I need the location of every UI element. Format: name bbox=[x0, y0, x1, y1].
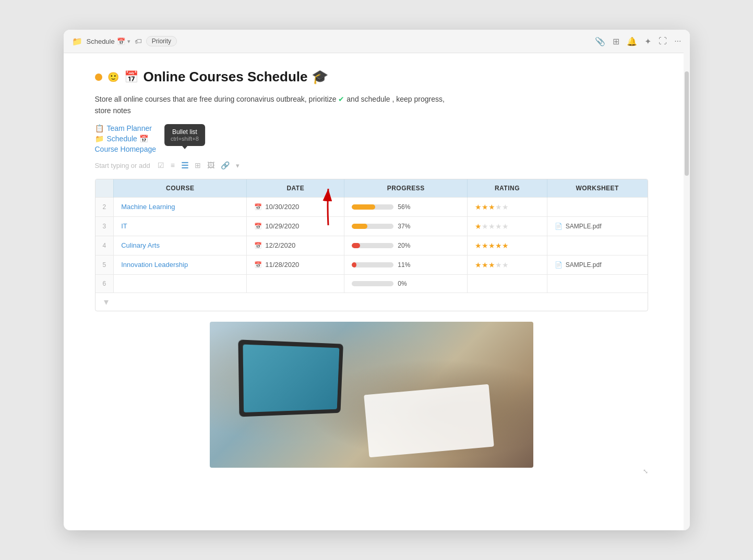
star-filled: ★ bbox=[495, 241, 502, 250]
row-progress: 20% bbox=[344, 236, 468, 255]
star-filled: ★ bbox=[482, 203, 488, 211]
rating-stars: ★★★★★ bbox=[475, 203, 509, 211]
row-progress: 11% bbox=[344, 255, 468, 274]
row-date: 📅10/29/2020 bbox=[247, 216, 344, 236]
progress-bar-fill bbox=[352, 243, 360, 248]
row-course[interactable]: Machine Learning bbox=[114, 197, 247, 216]
scrollbar-thumb[interactable] bbox=[685, 71, 689, 176]
progress-bar-bg bbox=[352, 262, 393, 267]
file-name: SAMPLE.pdf bbox=[566, 261, 602, 269]
schedule-link[interactable]: 📁 Schedule 📅 bbox=[95, 135, 648, 143]
bullet-list-icon[interactable]: ☰ bbox=[181, 161, 188, 170]
share-icon[interactable]: ✦ bbox=[644, 36, 651, 46]
star-filled: ★ bbox=[488, 261, 495, 269]
star-empty: ★ bbox=[495, 203, 502, 211]
links-section: 📋 Team Planner 📁 Schedule 📅 Course Homep… bbox=[95, 124, 648, 153]
date-value: 11/28/2020 bbox=[265, 261, 299, 269]
checkbox-icon[interactable]: ☑ bbox=[158, 161, 164, 169]
page-content: 🙂 📅 Online Courses Schedule 🎓 Store all … bbox=[64, 53, 679, 494]
course-image-section bbox=[95, 322, 648, 468]
star-filled: ★ bbox=[475, 261, 482, 269]
checkmark-icon: ✔ bbox=[338, 95, 344, 103]
table-header-row: COURSE DATE PROGRESS RATING WORKSHEET bbox=[95, 179, 648, 198]
calendar-icon: 📅 bbox=[254, 242, 262, 249]
rating-stars: ★★★★★ bbox=[475, 223, 509, 230]
table-row: 2Machine Learning📅10/30/2020 56% ★★★★★ bbox=[95, 197, 648, 216]
folder-icon: 📁 bbox=[72, 36, 82, 46]
row-date: 📅12/2/2020 bbox=[247, 236, 344, 255]
priority-tag[interactable]: Priority bbox=[146, 36, 177, 46]
calendar-emoji: 📅 bbox=[117, 38, 125, 45]
star-filled: ★ bbox=[488, 203, 495, 211]
file-icon: 📄 bbox=[555, 223, 563, 230]
row-worksheet[interactable]: 📄SAMPLE.pdf bbox=[547, 216, 647, 236]
fullscreen-icon[interactable]: ⛶ bbox=[659, 36, 667, 46]
notification-icon[interactable]: 🔔 bbox=[627, 36, 637, 46]
file-icon: 📄 bbox=[555, 261, 563, 269]
grid-icon[interactable]: ⊞ bbox=[613, 36, 619, 46]
row-rating: ★★★★★ bbox=[468, 236, 547, 255]
row-progress: 0% bbox=[344, 274, 468, 293]
row-course[interactable]: IT bbox=[114, 216, 247, 236]
table-row: 4Culinary Arts📅12/2/2020 20% ★★★★★ bbox=[95, 236, 648, 255]
page-header: 🙂 📅 Online Courses Schedule 🎓 bbox=[95, 69, 648, 85]
breadcrumb-schedule[interactable]: Schedule 📅 ▾ bbox=[87, 38, 130, 45]
star-filled: ★ bbox=[488, 241, 495, 250]
add-row-button[interactable]: ▾ bbox=[95, 293, 648, 311]
page-icon: 📅 bbox=[124, 70, 138, 84]
calendar-icon: 📅 bbox=[254, 223, 262, 230]
rating-stars: ★★★★★ bbox=[475, 261, 509, 269]
progress-bar-fill bbox=[352, 224, 367, 229]
progress-bar-bg bbox=[352, 224, 393, 229]
laptop-element bbox=[238, 339, 343, 417]
row-progress: 56% bbox=[344, 197, 468, 216]
star-filled: ★ bbox=[482, 261, 488, 269]
star-filled: ★ bbox=[475, 241, 482, 250]
link-icon[interactable]: 🔗 bbox=[221, 161, 230, 169]
ordered-list-icon[interactable]: ≡ bbox=[171, 161, 175, 169]
row-date bbox=[247, 274, 344, 293]
row-number: 3 bbox=[95, 216, 114, 236]
col-course: COURSE bbox=[114, 179, 247, 198]
star-empty: ★ bbox=[488, 222, 495, 230]
calendar-icon: 📅 bbox=[254, 261, 262, 269]
more-icon[interactable]: ··· bbox=[674, 36, 681, 46]
attachment-icon[interactable]: 📎 bbox=[595, 36, 605, 46]
progress-percent: 56% bbox=[398, 203, 412, 211]
team-planner-link[interactable]: 📋 Team Planner bbox=[95, 124, 648, 132]
progress-percent: 0% bbox=[398, 280, 412, 287]
table-icon[interactable]: ⊞ bbox=[195, 161, 201, 169]
row-worksheet bbox=[547, 274, 647, 293]
progress-bar-fill bbox=[352, 262, 356, 267]
row-course[interactable]: Culinary Arts bbox=[114, 236, 247, 255]
progress-percent: 11% bbox=[398, 261, 412, 269]
media-icon[interactable]: 🖼 bbox=[207, 161, 214, 169]
main-window: 📁 Schedule 📅 ▾ 🏷 Priority 📎 ⊞ 🔔 ✦ ⛶ ··· … bbox=[64, 30, 690, 530]
dropdown-arrow[interactable]: ▾ bbox=[236, 162, 240, 169]
row-worksheet bbox=[547, 236, 647, 255]
add-block-row: Start typing or add ☑ ≡ ☰ Bullet list ct… bbox=[95, 157, 648, 174]
col-rating: RATING bbox=[468, 179, 547, 198]
schedule-icon: 📁 bbox=[95, 135, 104, 143]
star-filled: ★ bbox=[475, 203, 482, 211]
star-filled: ★ bbox=[475, 222, 482, 230]
row-worksheet[interactable]: 📄SAMPLE.pdf bbox=[547, 255, 647, 274]
date-value: 10/29/2020 bbox=[265, 222, 299, 230]
title-bar-right: 📎 ⊞ 🔔 ✦ ⛶ ··· bbox=[595, 36, 681, 46]
row-course[interactable] bbox=[114, 274, 247, 293]
date-value: 12/2/2020 bbox=[265, 241, 295, 249]
star-empty: ★ bbox=[502, 222, 509, 230]
progress-bar-bg bbox=[352, 204, 393, 210]
progress-percent: 20% bbox=[398, 242, 412, 249]
breadcrumb-label: Schedule bbox=[87, 38, 115, 45]
course-homepage-link[interactable]: Course Homepage bbox=[95, 145, 648, 153]
row-course[interactable]: Innovation Leadership bbox=[114, 255, 247, 274]
resize-handle[interactable]: ⤡ bbox=[643, 468, 648, 475]
row-number: 5 bbox=[95, 255, 114, 274]
row-date: 📅11/28/2020 bbox=[247, 255, 344, 274]
bullet-list-tooltip-container: ☰ Bullet list ctrl+shift+8 bbox=[181, 161, 188, 171]
add-block-placeholder: Start typing or add bbox=[95, 162, 150, 169]
star-empty: ★ bbox=[502, 261, 509, 269]
smiley-icon: 🙂 bbox=[107, 71, 119, 83]
row-rating bbox=[468, 274, 547, 293]
